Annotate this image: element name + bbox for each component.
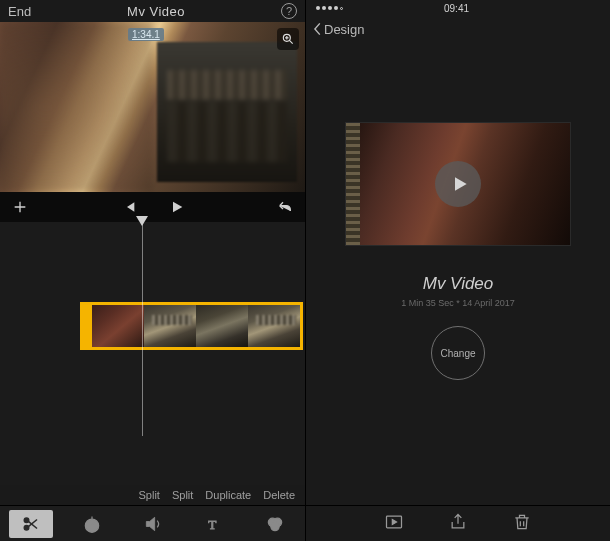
- titles-tool[interactable]: T: [192, 510, 236, 538]
- back-label: Design: [324, 22, 364, 37]
- clip-thumbnail: [92, 305, 144, 347]
- add-media-button[interactable]: [12, 199, 28, 215]
- done-button[interactable]: End: [8, 4, 31, 19]
- detail-body: Mv Video 1 Min 35 Sec * 14 April 2017 Ch…: [306, 42, 610, 505]
- tool-tabs: T: [0, 505, 305, 541]
- clip-actions: Split Split Duplicate Delete: [0, 485, 305, 505]
- clip-thumbnail: [196, 305, 248, 347]
- video-title: Mv Video: [423, 274, 494, 294]
- status-bar: 09:41: [306, 0, 610, 16]
- play-button[interactable]: [384, 512, 404, 536]
- zoom-icon[interactable]: [277, 28, 299, 50]
- split-action[interactable]: Split: [139, 489, 160, 501]
- clip-row: [80, 302, 303, 350]
- speed-tool[interactable]: [70, 510, 114, 538]
- change-button[interactable]: Change: [431, 326, 485, 380]
- video-thumbnail[interactable]: [345, 122, 571, 246]
- back-button[interactable]: Design: [312, 22, 364, 37]
- filters-tool[interactable]: [253, 510, 297, 538]
- editor-pane: End Mv Video ? 1:34.1 Spl: [0, 0, 305, 541]
- detail-pane: 09:41 Design Mv Video 1 Min 35 Sec * 14 …: [305, 0, 610, 541]
- undo-button[interactable]: [277, 199, 293, 215]
- clip-trim-handle-left[interactable]: [83, 305, 92, 347]
- play-button[interactable]: [169, 199, 185, 215]
- duration-badge: 1:34.1: [128, 28, 164, 41]
- split-action[interactable]: Split: [172, 489, 193, 501]
- project-title: Mv Video: [127, 4, 185, 19]
- volume-tool[interactable]: [131, 510, 175, 538]
- delete-action[interactable]: Delete: [263, 489, 295, 501]
- status-time: 09:41: [444, 3, 469, 14]
- detail-navbar: Design: [306, 16, 610, 42]
- video-meta: 1 Min 35 Sec * 14 April 2017: [401, 298, 515, 308]
- share-icon[interactable]: [448, 512, 468, 536]
- svg-text:T: T: [208, 517, 216, 532]
- clip-thumbnail: [248, 305, 300, 347]
- svg-line-1: [289, 40, 293, 44]
- play-overlay-icon[interactable]: [435, 161, 481, 207]
- preview-viewport[interactable]: 1:34.1: [0, 22, 305, 192]
- trash-icon[interactable]: [512, 512, 532, 536]
- editor-topbar: End Mv Video ?: [0, 0, 305, 22]
- transport-bar: [0, 192, 305, 222]
- clip-thumbnail: [144, 305, 196, 347]
- detail-bottom-bar: [306, 505, 610, 541]
- signal-icon: [316, 6, 343, 10]
- prev-frame-button[interactable]: [121, 199, 137, 215]
- selected-clip[interactable]: [80, 302, 303, 350]
- svg-point-14: [270, 522, 278, 530]
- timeline[interactable]: [0, 222, 305, 485]
- playhead[interactable]: [142, 216, 143, 436]
- duplicate-action[interactable]: Duplicate: [205, 489, 251, 501]
- help-icon[interactable]: ?: [281, 3, 297, 19]
- cut-tool[interactable]: [9, 510, 53, 538]
